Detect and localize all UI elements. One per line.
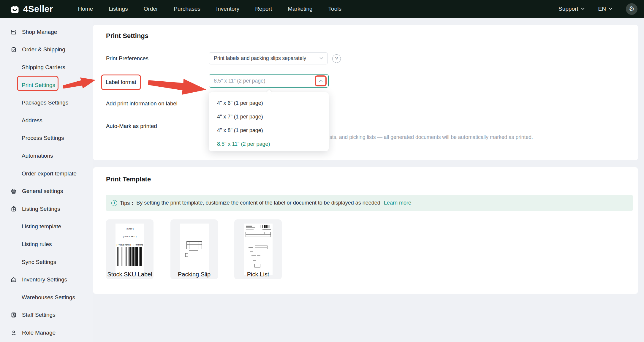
sidebar-item-label: Shop Manage	[22, 29, 57, 35]
nav-item-order[interactable]: Order	[144, 6, 158, 12]
label-format-dropdown: 4" x 6" (1 per page) 4" x 7" (1 per page…	[209, 92, 329, 151]
option-8-5x11-selected[interactable]: 8.5" x 11" (2 per page)	[209, 137, 329, 151]
nav-item-purchases[interactable]: Purchases	[174, 6, 200, 12]
sidebar-item-label: Inventory Settings	[22, 276, 67, 283]
printer-icon	[10, 188, 17, 194]
sidebar-item-label: Listing rules	[22, 241, 52, 248]
order-bag-icon	[10, 46, 17, 53]
template-card-pick-list[interactable]	[234, 219, 282, 279]
template-card-stock-sku-label[interactable]: ( Shelf ) ( Stock SKU ) ( Product name )…	[106, 219, 154, 279]
sidebar-item-role-manage[interactable]: Role Manage	[0, 324, 93, 342]
sidebar-item-listing-settings[interactable]: Listing Settings	[0, 200, 93, 218]
sidebar-item-packages-settings[interactable]: Packages Settings	[0, 94, 93, 112]
chevron-down-icon	[609, 8, 612, 10]
tips-text: By setting the print template, customize…	[136, 200, 380, 206]
sidebar-item-label: Shipping Carriers	[22, 64, 65, 71]
sidebar-item-print-settings[interactable]: Print Settings	[0, 76, 93, 94]
print-settings-panel: Print Settings Print Preferences Print l…	[93, 25, 638, 160]
sidebar-item-automations[interactable]: Automations	[0, 147, 93, 165]
option-4x6[interactable]: 4" x 6" (1 per page)	[209, 96, 329, 110]
sidebar-item-address[interactable]: Address	[0, 112, 93, 129]
auto-mark-label: Auto-Mark as printed	[106, 123, 157, 129]
sidebar-item-listing-rules[interactable]: Listing rules	[0, 235, 93, 253]
print-preferences-label: Print Preferences	[106, 55, 148, 62]
help-icon[interactable]: ?	[332, 54, 341, 63]
brand-logo[interactable]: 4Seller	[10, 4, 53, 14]
sidebar-item-sync-settings[interactable]: Sync Settings	[0, 253, 93, 271]
top-nav: Home Listings Order Purchases Inventory …	[78, 6, 341, 12]
top-nav-bar: 4Seller Home Listings Order Purchases In…	[0, 0, 644, 18]
barcode-graphic	[260, 225, 271, 228]
sidebar-item-shipping-carriers[interactable]: Shipping Carriers	[0, 58, 93, 76]
nav-item-inventory[interactable]: Inventory	[216, 6, 239, 12]
sidebar-item-inventory-settings[interactable]: Inventory Settings	[0, 271, 93, 289]
nav-item-home[interactable]: Home	[78, 6, 93, 12]
sidebar-item-order-export-template[interactable]: Order export template	[0, 165, 93, 183]
sidebar-item-label: Warehouses Settings	[22, 294, 75, 301]
print-template-panel: Print Template i Tips： By setting the pr…	[93, 167, 638, 294]
settings-sidebar: Shop Manage Order & Shipping Shipping Ca…	[0, 18, 93, 342]
header-right: Support EN ⚙	[558, 3, 637, 15]
print-preferences-select[interactable]: Print labels and packing slips separatel…	[209, 52, 328, 64]
storefront-icon	[10, 29, 17, 35]
label-format-label: Label format	[101, 75, 141, 90]
print-template-title: Print Template	[106, 175, 151, 183]
chevron-up-icon[interactable]	[319, 80, 323, 82]
sidebar-item-listing-template[interactable]: Listing template	[0, 218, 93, 236]
template-label-pick-list: Pick List	[234, 271, 282, 278]
sidebar-item-order-shipping[interactable]: Order & Shipping	[0, 41, 93, 59]
sidebar-item-label: Automations	[22, 153, 53, 159]
chevron-down-icon	[581, 8, 585, 10]
chevron-highlight-ring	[315, 75, 327, 86]
language-menu[interactable]: EN	[598, 6, 612, 12]
sidebar-item-label: Process Settings	[22, 135, 64, 141]
pick-list-thumbnail	[244, 224, 273, 275]
sidebar-item-shop-manage[interactable]: Shop Manage	[0, 23, 93, 41]
brand-bag-icon	[10, 4, 20, 14]
sidebar-item-warehouses-settings[interactable]: Warehouses Settings	[0, 289, 93, 306]
option-4x7[interactable]: 4" x 7" (1 per page)	[209, 110, 329, 124]
person-icon	[10, 330, 17, 336]
template-label-packing-slip: Packing Slip	[170, 271, 218, 278]
nav-item-tools[interactable]: Tools	[328, 6, 341, 12]
sidebar-item-label: Sync Settings	[22, 259, 56, 265]
support-menu[interactable]: Support	[558, 6, 585, 12]
label-format-select[interactable]: 8.5" x 11" (2 per page)	[209, 74, 329, 88]
chevron-down-icon	[319, 57, 323, 60]
template-card-packing-slip[interactable]	[170, 219, 218, 279]
settings-gear-icon[interactable]: ⚙	[626, 3, 637, 15]
bag-upload-icon	[10, 206, 17, 212]
sidebar-item-label: Role Manage	[22, 330, 56, 336]
sidebar-item-staff-settings[interactable]: Staff Settings	[0, 306, 93, 324]
tips-label: Tips：	[120, 200, 135, 207]
print-preferences-value: Print labels and packing slips separatel…	[214, 55, 306, 61]
nav-item-listings[interactable]: Listings	[109, 6, 128, 12]
brand-name: 4Seller	[23, 4, 53, 14]
template-label-stock-sku: Stock SKU Label	[106, 271, 154, 278]
sidebar-item-label: General settings	[22, 188, 63, 194]
nav-item-marketing[interactable]: Marketing	[288, 6, 312, 12]
sidebar-item-label: Packages Settings	[22, 99, 68, 106]
learn-more-link[interactable]: Learn more	[384, 200, 411, 206]
sidebar-item-label: Order export template	[22, 170, 77, 177]
sidebar-item-process-settings[interactable]: Process Settings	[0, 129, 93, 147]
label-format-value: 8.5" x 11" (2 per page)	[214, 78, 265, 84]
sidebar-item-general-settings[interactable]: General settings	[0, 182, 93, 200]
barcode-graphic	[117, 247, 143, 266]
sidebar-item-label: Listing Settings	[22, 206, 60, 212]
tips-banner: i Tips： By setting the print template, c…	[106, 195, 633, 211]
sidebar-item-label: Order & Shipping	[22, 46, 65, 53]
nav-item-report[interactable]: Report	[255, 6, 272, 12]
option-4x8[interactable]: 4" x 8" (1 per page)	[209, 124, 329, 137]
dropdown-caret	[266, 90, 272, 95]
warehouse-icon	[10, 276, 17, 283]
auto-mark-description: sts, and picking lists — all generated d…	[330, 134, 533, 140]
info-icon: i	[111, 200, 117, 206]
packing-slip-thumbnail	[180, 224, 209, 275]
sidebar-item-label: Address	[22, 117, 42, 124]
print-settings-title: Print Settings	[106, 32, 148, 40]
app-root: 4Seller Home Listings Order Purchases In…	[0, 0, 644, 342]
id-badge-icon	[10, 312, 17, 318]
sidebar-item-label: Print Settings	[22, 82, 55, 88]
sidebar-item-label: Listing template	[22, 223, 61, 230]
